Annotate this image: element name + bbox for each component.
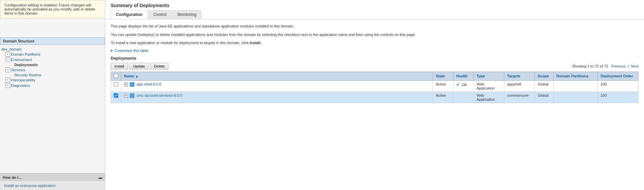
minimize-icon[interactable]: ▬ (99, 175, 102, 179)
deployments-table: Name ▲ State Health Type Targets Scope D… (111, 72, 639, 103)
table-row: + app-shell-6.0.0 Active ✔ OK Web Applic… (111, 80, 639, 92)
col-header-scope[interactable]: Scope (535, 72, 554, 80)
row2-app-link[interactable]: cmc-account-services-6.0.0 (137, 93, 182, 97)
row1-app-link[interactable]: app-shell-6.0.0 (137, 82, 161, 86)
row2-scope: Global (535, 92, 554, 103)
row1-health: ✔ OK (453, 80, 474, 92)
row2-expand-icon[interactable]: + (124, 94, 128, 98)
expand-icon-domain-partitions[interactable]: + (5, 52, 10, 57)
sidebar-item-domain-partitions[interactable]: + Domain Partitions (5, 52, 104, 57)
row1-domain-partitions (554, 80, 598, 92)
sidebar-item-services[interactable]: + Services (5, 67, 104, 73)
col-header-type[interactable]: Type (474, 72, 504, 80)
toolbar-buttons: Install Update Delete (111, 63, 168, 70)
sidebar-item-security-realms[interactable]: – Security Realms (10, 73, 104, 77)
row1-state: Active (433, 80, 453, 92)
page-header: Summary of Deployments Configuration Con… (105, 0, 644, 19)
row1-scope: Global (535, 80, 554, 92)
row2-domain-partitions (554, 92, 598, 103)
tab-control[interactable]: Control (148, 10, 172, 19)
customize-table-link[interactable]: ▶ Customize this table (111, 49, 639, 53)
deployments-section-title: Deployments (111, 56, 639, 61)
desc-3: To install a new application or module f… (111, 40, 639, 46)
pagination-info: Showing 1 to 72 of 72 Previous | Next (572, 64, 639, 68)
tab-bar: Configuration Control Monitoring (111, 10, 639, 19)
desc-1: This page displays the list of Java EE a… (111, 23, 639, 29)
col-header-deployment-order[interactable]: Deployment Order (598, 72, 639, 80)
how-do-i-content: Install an enterprise application (0, 181, 105, 190)
desc-2: You can update (redeploy) or delete inst… (111, 32, 639, 38)
row1-name-cell: + app-shell-6.0.0 (121, 80, 433, 92)
col-header-targets[interactable]: Targets (504, 72, 535, 80)
config-banner: Configuration editing is enabled. Future… (0, 0, 105, 18)
sidebar-item-interoperability[interactable]: + Interoperability (5, 77, 104, 83)
row1-deployment-order: 100 (598, 80, 639, 92)
triangle-icon: ▶ (111, 49, 113, 52)
row2-name-cell: + cmc-account-services-6.0.0 (121, 92, 433, 103)
col-header-state[interactable]: State (433, 72, 453, 80)
select-all-checkbox[interactable] (114, 74, 118, 78)
main-content: Summary of Deployments Configuration Con… (105, 0, 644, 190)
sidebar: Configuration editing is enabled. Future… (0, 0, 105, 190)
row1-expand-icon[interactable]: + (124, 82, 128, 87)
expand-icon-interoperability[interactable]: + (5, 78, 10, 82)
sidebar-tree: dev_domain + Domain Partitions + Environ… (0, 45, 105, 173)
delete-button[interactable]: Delete (150, 63, 168, 70)
row2-checkbox-cell (111, 92, 121, 103)
expand-icon-diagnostics[interactable]: + (5, 83, 10, 88)
row2-checkbox[interactable] (114, 93, 118, 98)
sidebar-item-diagnostics[interactable]: + Diagnostics (5, 83, 104, 88)
how-do-i-title: How do I... (3, 175, 21, 179)
row1-type: Web Application (474, 80, 504, 92)
row2-app-icon (130, 93, 135, 98)
update-button[interactable]: Update (129, 63, 149, 70)
dash-security-realms: – (10, 73, 14, 77)
tab-monitoring[interactable]: Monitoring (172, 10, 201, 19)
row2-deployment-order: 100 (598, 92, 639, 103)
col-header-domain-partitions[interactable]: Domain Partitions (554, 72, 598, 80)
domain-structure-title: Domain Structure (0, 37, 105, 45)
col-header-health[interactable]: Health (453, 72, 474, 80)
banner-text: Configuration editing is enabled. Future… (4, 3, 95, 15)
row1-checkbox[interactable] (114, 82, 118, 87)
how-do-i-section: How do I... ▬ Install an enterprise appl… (0, 173, 105, 190)
sidebar-item-deployments[interactable]: – Deployments (10, 62, 104, 67)
expand-icon-services[interactable]: + (5, 68, 10, 72)
page-title: Summary of Deployments (111, 3, 639, 8)
install-button[interactable]: Install (111, 63, 128, 70)
how-do-i-install-link[interactable]: Install an enterprise application (4, 184, 56, 188)
row1-checkbox-cell (111, 80, 121, 92)
row1-targets: appshell (504, 80, 535, 92)
tab-configuration[interactable]: Configuration (111, 10, 148, 19)
sidebar-item-environment[interactable]: + Environment (5, 57, 104, 62)
row2-state: Active (433, 92, 453, 103)
row2-type: Web Application (474, 92, 504, 103)
col-header-name: Name ▲ (121, 72, 433, 80)
how-do-i-header: How do I... ▬ (0, 173, 105, 181)
pagination-next[interactable]: Next (631, 64, 639, 68)
table-row: + cmc-account-services-6.0.0 Active Web … (111, 92, 639, 103)
pagination-previous[interactable]: Previous (611, 64, 626, 68)
row2-targets: commoncore (504, 92, 535, 103)
row2-health (453, 92, 474, 103)
row1-health-icon: ✔ (456, 82, 460, 87)
sidebar-item-dev-domain[interactable]: dev_domain (1, 47, 104, 52)
content-area: This page displays the list of Java EE a… (105, 19, 644, 190)
expand-icon-environment[interactable]: + (5, 57, 10, 62)
deployments-toolbar: Install Update Delete Showing 1 to 72 of… (111, 63, 639, 70)
row1-app-icon (130, 82, 135, 87)
dash-deployments: – (10, 63, 14, 67)
